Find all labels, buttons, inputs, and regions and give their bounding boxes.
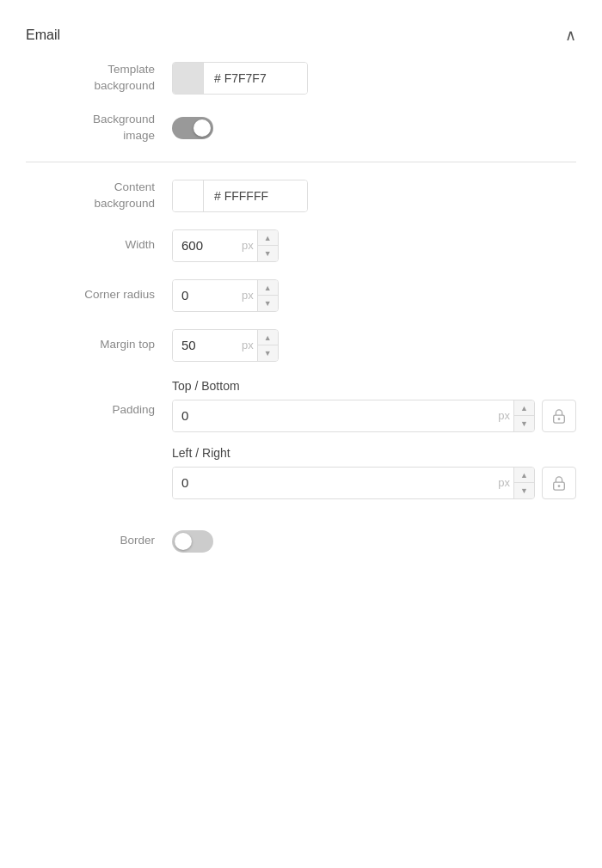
content-background-row: Contentbackground — [26, 180, 576, 212]
padding-left-right-row: px ▲ ▼ — [172, 467, 576, 499]
border-row: Border — [26, 530, 576, 553]
width-row: Width px ▲ ▼ — [26, 229, 576, 262]
section-divider — [26, 162, 576, 162]
content-background-label: Contentbackground — [26, 180, 172, 212]
padding-top-bottom-input[interactable] — [173, 400, 498, 431]
content-background-hex-input[interactable] — [204, 180, 307, 212]
padding-left-right-unit: px — [498, 468, 513, 498]
padding-left-right-spinner[interactable]: ▲ ▼ — [513, 468, 534, 498]
padding-top-bottom-label: Top / Bottom — [172, 379, 576, 393]
width-input[interactable] — [173, 230, 242, 261]
background-image-row: Backgroundimage — [26, 112, 576, 144]
margin-top-input[interactable] — [173, 330, 242, 361]
corner-radius-increment-button[interactable]: ▲ — [258, 280, 278, 296]
padding-top-bottom-spinner[interactable]: ▲ ▼ — [513, 400, 534, 431]
template-background-label: Templatebackground — [26, 62, 172, 95]
width-label: Width — [26, 237, 172, 254]
border-toggle[interactable] — [172, 530, 213, 553]
margin-top-input-wrapper[interactable]: px ▲ ▼ — [172, 329, 279, 362]
lock-icon-2 — [552, 475, 566, 491]
margin-top-decrement-button[interactable]: ▼ — [258, 345, 278, 361]
padding-top-bottom-increment-button[interactable]: ▲ — [514, 400, 534, 417]
template-background-hex-input[interactable] — [204, 62, 307, 95]
padding-top-bottom-decrement-button[interactable]: ▼ — [514, 416, 534, 431]
padding-left-right-input-wrapper[interactable]: px ▲ ▼ — [172, 467, 535, 499]
content-background-swatch[interactable] — [173, 180, 204, 212]
background-image-label: Backgroundimage — [26, 112, 172, 144]
padding-top-bottom-unit: px — [498, 400, 513, 431]
border-toggle-thumb — [175, 533, 192, 550]
padding-label: Padding — [26, 379, 172, 513]
corner-radius-unit: px — [242, 280, 257, 311]
collapse-button[interactable]: ∧ — [565, 26, 576, 45]
template-background-swatch[interactable] — [173, 62, 204, 95]
template-background-row: Templatebackground — [26, 62, 576, 95]
margin-top-row: Margin top px ▲ ▼ — [26, 329, 576, 362]
border-toggle-track[interactable] — [172, 530, 213, 553]
page-title: Email — [26, 28, 60, 43]
padding-left-right-decrement-button[interactable]: ▼ — [514, 483, 534, 498]
margin-top-unit: px — [242, 330, 257, 361]
padding-section: Padding Top / Bottom px ▲ ▼ — [26, 379, 576, 513]
corner-radius-decrement-button[interactable]: ▼ — [258, 296, 278, 311]
template-background-color-input[interactable] — [172, 62, 308, 95]
padding-top-bottom-input-wrapper[interactable]: px ▲ ▼ — [172, 400, 535, 432]
corner-radius-input[interactable] — [173, 280, 242, 311]
corner-radius-row: Corner radius px ▲ ▼ — [26, 279, 576, 312]
padding-left-right-input[interactable] — [173, 468, 498, 498]
corner-radius-input-wrapper[interactable]: px ▲ ▼ — [172, 279, 279, 312]
padding-top-bottom-lock-button[interactable] — [542, 400, 576, 432]
padding-top-bottom-row: px ▲ ▼ — [172, 400, 576, 432]
margin-top-label: Margin top — [26, 337, 172, 353]
padding-fields: Top / Bottom px ▲ ▼ — [172, 379, 576, 513]
margin-top-spinner[interactable]: ▲ ▼ — [257, 330, 278, 361]
toggle-thumb — [194, 119, 211, 137]
margin-top-increment-button[interactable]: ▲ — [258, 330, 278, 346]
background-image-toggle-track[interactable] — [172, 117, 213, 139]
corner-radius-spinner[interactable]: ▲ ▼ — [257, 280, 278, 311]
background-image-toggle[interactable] — [172, 117, 213, 139]
email-section-header: Email ∧ — [26, 17, 576, 62]
width-input-wrapper[interactable]: px ▲ ▼ — [172, 229, 279, 262]
border-label: Border — [26, 533, 172, 549]
width-decrement-button[interactable]: ▼ — [258, 246, 278, 261]
padding-left-right-increment-button[interactable]: ▲ — [514, 468, 534, 484]
content-background-color-input[interactable] — [172, 180, 308, 212]
width-spinner[interactable]: ▲ ▼ — [257, 230, 278, 261]
width-unit: px — [242, 230, 257, 261]
lock-icon — [552, 408, 566, 424]
padding-left-right-label: Left / Right — [172, 446, 576, 460]
width-increment-button[interactable]: ▲ — [258, 230, 278, 247]
padding-left-right-lock-button[interactable] — [542, 467, 576, 499]
corner-radius-label: Corner radius — [26, 287, 172, 303]
svg-point-1 — [558, 418, 561, 420]
svg-point-3 — [558, 485, 561, 487]
